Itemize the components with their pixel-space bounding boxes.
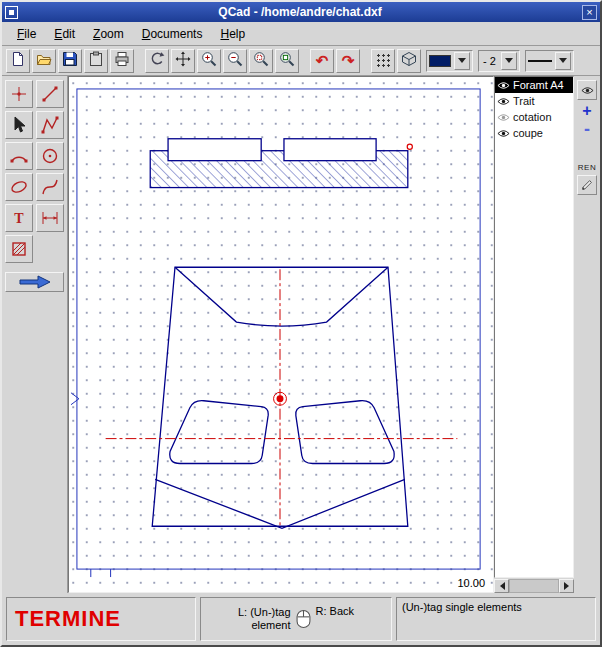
add-layer-button[interactable]: + xyxy=(582,103,591,119)
menu-zoom[interactable]: Zoom xyxy=(84,22,133,46)
current-width-value: - 2 xyxy=(481,55,498,67)
tool-palette: T xyxy=(2,76,68,593)
window-title: QCad - /home/andre/chat.dxf xyxy=(22,5,578,19)
section-slot-right xyxy=(284,139,376,161)
open-folder-icon xyxy=(36,51,52,71)
eye-icon xyxy=(497,81,510,90)
more-tools-button[interactable] xyxy=(5,272,64,292)
undo-icon: ↶ xyxy=(316,53,329,68)
status-command-label: TERMINE xyxy=(7,606,121,632)
zoom-in-button[interactable] xyxy=(197,49,221,73)
tool-select-button[interactable] xyxy=(5,111,33,139)
toolbar-separator xyxy=(136,49,143,73)
menubar: File Edit Zoom Documents Help xyxy=(2,22,600,46)
cad-drawing xyxy=(69,77,493,592)
layer-row-coupe[interactable]: coupe xyxy=(495,125,573,141)
color-combo[interactable] xyxy=(426,50,473,72)
tool-point-button[interactable] xyxy=(5,80,33,108)
layer-name: Foramt A4 xyxy=(513,79,564,91)
tool-circle-button[interactable] xyxy=(36,142,64,170)
zoom-auto-button[interactable] xyxy=(275,49,299,73)
layer-row-cotation[interactable]: cotation xyxy=(495,109,573,125)
zoom-window-icon xyxy=(253,51,269,71)
print-button[interactable] xyxy=(110,49,134,73)
redo-icon: ↷ xyxy=(342,53,355,68)
isometric-view-button[interactable] xyxy=(397,49,421,73)
eye-icon xyxy=(497,129,510,138)
menu-file[interactable]: File xyxy=(8,22,45,46)
circle-tool-icon xyxy=(40,146,60,166)
mouse-left-hint: L: (Un-)tag element xyxy=(238,606,291,632)
tool-polyline-button[interactable] xyxy=(36,111,64,139)
titlebar: QCad - /home/andre/chat.dxf × xyxy=(2,2,600,22)
clipboard-button[interactable] xyxy=(84,49,108,73)
menu-documents[interactable]: Documents xyxy=(133,22,212,46)
tool-text-button[interactable]: T xyxy=(5,204,33,232)
polyline-tool-icon xyxy=(40,115,60,135)
toolbar-separator xyxy=(362,49,369,73)
status-mouse-panel: L: (Un-)tag element R: Back xyxy=(200,597,392,641)
layer-actions: + - REN xyxy=(574,76,600,593)
open-file-button[interactable] xyxy=(32,49,56,73)
clipboard-icon xyxy=(88,51,104,71)
toggle-layer-visibility-button[interactable] xyxy=(577,80,597,100)
ellipse-tool-icon xyxy=(9,177,29,197)
pan-button[interactable] xyxy=(171,49,195,73)
width-combo-arrow[interactable] xyxy=(501,52,517,70)
width-combo[interactable]: - 2 xyxy=(478,50,520,72)
select-arrow-icon xyxy=(9,115,29,135)
toolbar-separator xyxy=(301,49,308,73)
eye-icon xyxy=(497,97,510,106)
drawing-canvas[interactable]: 10.00 xyxy=(68,76,494,593)
tool-line-button[interactable] xyxy=(36,80,64,108)
tool-dimension-button[interactable] xyxy=(36,204,64,232)
window-menu-icon[interactable] xyxy=(5,6,18,19)
current-linestyle-sample xyxy=(528,60,552,62)
point-tool-icon xyxy=(9,84,29,104)
svg-text:T: T xyxy=(14,211,24,226)
tool-arc-button[interactable] xyxy=(5,142,33,170)
current-color-swatch xyxy=(429,55,451,67)
menu-help[interactable]: Help xyxy=(211,22,254,46)
scroll-right-button[interactable] xyxy=(559,579,574,593)
new-file-icon xyxy=(10,51,26,71)
tool-ellipse-button[interactable] xyxy=(5,173,33,201)
text-tool-icon: T xyxy=(9,208,29,228)
color-combo-arrow[interactable] xyxy=(454,52,470,70)
redraw-icon xyxy=(149,51,165,71)
scroll-left-button[interactable] xyxy=(494,579,509,593)
menu-edit[interactable]: Edit xyxy=(45,22,84,46)
spline-tool-icon xyxy=(40,177,60,197)
status-command-panel: TERMINE xyxy=(6,597,196,641)
qcad-window: QCad - /home/andre/chat.dxf × File Edit … xyxy=(0,0,602,647)
layer-row-format[interactable]: Foramt A4 xyxy=(495,77,573,93)
zoom-out-button[interactable] xyxy=(223,49,247,73)
new-file-button[interactable] xyxy=(6,49,30,73)
center-point xyxy=(277,395,284,402)
scrollbar-track[interactable] xyxy=(509,579,559,593)
section-slot-left xyxy=(168,139,261,161)
layer-name: coupe xyxy=(513,127,543,139)
left-eye xyxy=(170,401,268,464)
save-file-button[interactable] xyxy=(58,49,82,73)
linestyle-combo[interactable] xyxy=(525,50,574,72)
zoom-window-button[interactable] xyxy=(249,49,273,73)
tool-spline-button[interactable] xyxy=(36,173,64,201)
redo-button[interactable]: ↷ xyxy=(336,49,360,73)
redraw-button[interactable] xyxy=(145,49,169,73)
undo-button[interactable]: ↶ xyxy=(310,49,334,73)
linestyle-combo-arrow[interactable] xyxy=(555,52,571,70)
arc-tool-icon xyxy=(9,146,29,166)
close-button[interactable]: × xyxy=(582,5,597,20)
layer-row-trait[interactable]: Trait xyxy=(495,93,573,109)
triangle-right-icon xyxy=(564,582,573,590)
grid-toggle-button[interactable] xyxy=(371,49,395,73)
tool-hatch-button[interactable] xyxy=(5,235,33,263)
layer-list: Foramt A4 Trait cotation coupe xyxy=(494,76,574,578)
main-area: T xyxy=(2,76,600,593)
chevron-down-icon xyxy=(559,58,567,67)
toolbar: ↶ ↷ - 2 xyxy=(2,46,600,76)
edit-layer-button[interactable] xyxy=(577,175,597,195)
relative-zero-marker xyxy=(71,393,79,405)
remove-layer-button[interactable]: - xyxy=(584,122,590,136)
